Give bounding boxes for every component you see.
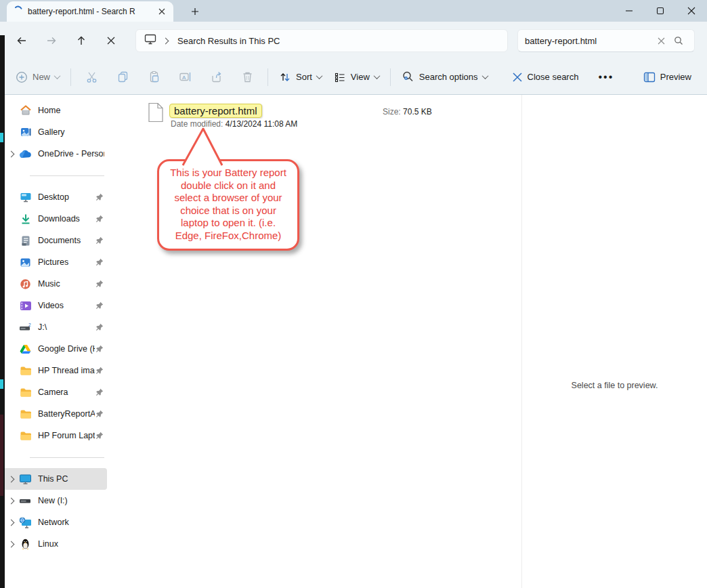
rename-icon[interactable]: A xyxy=(169,65,200,89)
toolbar-separator xyxy=(390,68,391,86)
sidebar-item-j-drive[interactable]: 2 J:\ xyxy=(3,316,107,338)
html-file-icon xyxy=(148,102,164,125)
preview-button[interactable]: Preview xyxy=(637,67,698,87)
delete-icon[interactable] xyxy=(232,65,263,89)
sidebar-item-hp-forum-folder[interactable]: HP Forum Laptc xyxy=(3,425,107,446)
forward-icon[interactable] xyxy=(37,28,66,53)
desktop-icon xyxy=(19,191,32,204)
sidebar-item-label: Pictures xyxy=(38,257,95,267)
pin-icon xyxy=(95,388,104,396)
home-icon xyxy=(19,104,32,117)
address-bar[interactable]: Search Results in This PC xyxy=(135,29,508,52)
sidebar-item-linux[interactable]: Linux xyxy=(3,533,107,555)
close-search-button[interactable]: Close search xyxy=(506,67,585,87)
cut-icon[interactable] xyxy=(76,65,107,89)
new-button-label: New xyxy=(33,72,50,82)
search-options-button[interactable]: Search options xyxy=(395,66,494,88)
new-button[interactable]: New xyxy=(9,66,66,88)
up-icon[interactable] xyxy=(66,28,96,53)
share-icon[interactable] xyxy=(200,65,232,89)
size-label: Size: xyxy=(383,107,401,117)
chevron-down-icon xyxy=(316,72,322,79)
pin-icon xyxy=(95,280,104,288)
back-icon[interactable] xyxy=(7,28,37,53)
sidebar-item-label: HP Thread imag xyxy=(38,366,95,375)
sidebar-item-hp-thread-images[interactable]: HP Thread imag xyxy=(3,360,107,381)
pin-icon xyxy=(95,193,104,201)
new-tab-button[interactable] xyxy=(187,3,203,20)
breadcrumb: Search Results in This PC xyxy=(177,36,280,46)
svg-text:A: A xyxy=(182,75,186,81)
sort-button-label: Sort xyxy=(296,72,312,82)
minimize-button[interactable] xyxy=(614,0,645,22)
callout-line: double click on it and xyxy=(163,180,293,192)
chevron-right-icon[interactable] xyxy=(7,150,14,157)
maximize-button[interactable] xyxy=(645,0,676,22)
close-search-x-icon xyxy=(512,72,523,83)
file-explorer-window: battery-report.html - Search R xyxy=(0,0,707,588)
sidebar-item-label: Downloads xyxy=(38,214,95,224)
pin-icon xyxy=(95,236,104,245)
sidebar-item-pictures[interactable]: Pictures xyxy=(3,251,107,273)
sidebar-item-label: J:\ xyxy=(38,322,95,332)
sidebar-item-network[interactable]: Network xyxy=(3,511,107,533)
sidebar-item-videos[interactable]: Videos xyxy=(3,295,107,316)
file-row[interactable]: battery-report.html xyxy=(169,104,262,118)
callout-tail xyxy=(177,127,232,167)
artifact-speck xyxy=(0,379,3,389)
stop-refresh-icon[interactable] xyxy=(96,28,126,53)
sidebar-item-gallery[interactable]: Gallery xyxy=(3,121,107,143)
chevron-right-icon[interactable] xyxy=(7,476,14,482)
search-clear-icon[interactable] xyxy=(652,32,670,49)
folder-icon xyxy=(19,408,32,421)
sidebar-item-downloads[interactable]: Downloads xyxy=(3,208,107,230)
titlebar: battery-report.html - Search R xyxy=(0,0,707,22)
pin-icon xyxy=(95,410,104,418)
file-name-highlighted[interactable]: battery-report.html xyxy=(169,104,262,118)
sidebar-item-label: Videos xyxy=(38,301,95,310)
explorer-tab[interactable]: battery-report.html - Search R xyxy=(7,1,173,22)
search-input[interactable] xyxy=(525,36,652,46)
chevron-right-icon[interactable] xyxy=(7,519,14,526)
sidebar-item-documents[interactable]: Documents xyxy=(3,230,107,251)
search-results-list: battery-report.html Date modified: 4/13/… xyxy=(110,95,521,588)
tab-close-icon[interactable] xyxy=(156,5,168,18)
search-box[interactable] xyxy=(517,29,695,52)
sidebar-item-label: Linux xyxy=(38,539,104,549)
paste-icon[interactable] xyxy=(138,65,169,89)
artifact-speck xyxy=(0,133,3,142)
preview-pane-icon xyxy=(643,72,656,83)
see-more-button[interactable]: ••• xyxy=(591,71,620,83)
tab-spinner-icon xyxy=(14,5,23,18)
sidebar-item-music[interactable]: Music xyxy=(3,273,107,295)
sidebar-item-label: Gallery xyxy=(38,127,104,137)
pin-icon xyxy=(95,258,104,266)
sidebar-item-this-pc[interactable]: This PC xyxy=(3,468,107,490)
copy-icon[interactable] xyxy=(107,65,138,89)
sidebar-item-camera[interactable]: Camera xyxy=(3,381,107,403)
pictures-icon xyxy=(19,256,32,269)
chevron-down-icon xyxy=(481,72,488,79)
sidebar-item-google-drive[interactable]: Google Drive (H xyxy=(3,338,107,360)
sidebar-item-home[interactable]: Home xyxy=(3,100,107,121)
sort-button[interactable]: Sort xyxy=(273,66,328,88)
sidebar-item-label: New (I:) xyxy=(38,496,104,505)
close-button[interactable] xyxy=(676,0,707,22)
view-button[interactable]: View xyxy=(328,66,385,88)
sidebar-item-onedrive[interactable]: OneDrive - Persona xyxy=(3,143,107,165)
music-icon xyxy=(19,278,32,291)
google-drive-icon xyxy=(19,343,32,356)
sidebar-item-label: Desktop xyxy=(38,192,95,202)
search-magnifier-icon[interactable] xyxy=(670,32,687,49)
chevron-right-icon[interactable] xyxy=(7,541,14,547)
sidebar-item-new-drive[interactable]: New (I:) xyxy=(3,490,107,511)
network-icon xyxy=(19,516,32,529)
search-options-icon xyxy=(402,70,414,83)
date-modified-value: 4/13/2024 11:08 AM xyxy=(226,119,298,129)
chevron-right-icon[interactable] xyxy=(7,497,14,504)
this-pc-icon xyxy=(19,473,32,486)
sidebar-item-batteryreport-folder[interactable]: BatteryReportAr xyxy=(3,403,107,425)
pin-icon xyxy=(95,345,104,353)
drive-icon xyxy=(19,495,32,507)
sidebar-item-desktop[interactable]: Desktop xyxy=(3,186,107,208)
